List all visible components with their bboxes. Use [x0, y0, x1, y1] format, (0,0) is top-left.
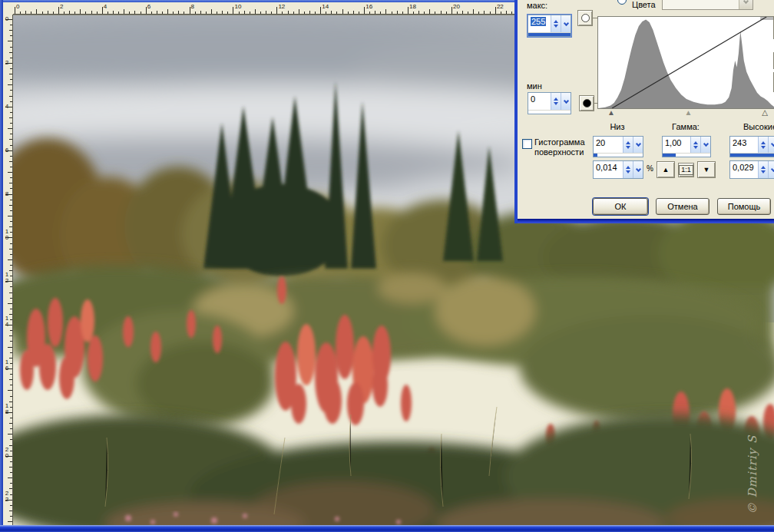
ruler-corner: [3, 2, 13, 15]
low-percent-value: 0,014: [594, 161, 623, 178]
ratio-label: 1:1: [679, 165, 693, 175]
black-point-icon: [583, 99, 591, 107]
decrease-button[interactable]: ▼: [697, 161, 716, 178]
ruler-number: 14: [322, 4, 329, 10]
gamma-spin-dropdown-icon[interactable]: [700, 137, 710, 153]
ruler-number: 20: [453, 4, 460, 10]
colors-radio[interactable]: [617, 0, 627, 5]
white-point-icon: [581, 14, 590, 22]
ruler-number: 2 0: [4, 447, 10, 459]
low-value: 20: [594, 137, 623, 153]
ruler-number: 4: [4, 104, 10, 110]
increase-button[interactable]: ▲: [657, 161, 675, 178]
down-triangle-icon: ▼: [703, 167, 710, 173]
min-spinner[interactable]: 0: [528, 92, 571, 114]
colors-radio-label: Цвета: [632, 0, 656, 9]
max-spin-dropdown-icon[interactable]: [561, 15, 571, 32]
low-spin-dropdown-icon[interactable]: [633, 137, 643, 153]
ruler-number: 1 4: [4, 316, 10, 328]
min-label: мин: [527, 81, 542, 91]
max-label: макс:: [527, 1, 547, 10]
high-percent-spinner[interactable]: 0,029: [729, 160, 774, 179]
ruler-number: 6: [147, 4, 150, 10]
max-spinner[interactable]: 255: [528, 15, 571, 37]
window-bottom-border: [0, 525, 774, 532]
surface-histogram-label-1: Гистограмма: [534, 137, 585, 147]
min-value: 0: [528, 93, 551, 110]
ruler-number: 2: [60, 4, 63, 10]
low-percent-updown-icon[interactable]: [623, 161, 633, 178]
surface-histogram-label-2: поверхности: [534, 147, 584, 157]
gamma-column-label: Гамма:: [660, 122, 711, 131]
white-point-button[interactable]: [577, 10, 593, 26]
surface-histogram-checkbox[interactable]: [522, 139, 532, 149]
dialog-bottom-border: [518, 219, 774, 223]
ruler-number: 12: [278, 4, 285, 10]
high-value: 243: [730, 137, 758, 153]
ruler-number: 1 2: [4, 272, 10, 284]
high-percent-value: 0,029: [730, 161, 758, 178]
min-spin-dropdown-icon[interactable]: [561, 93, 571, 110]
max-value: 255: [531, 17, 546, 26]
low-percent-dropdown-icon[interactable]: [633, 161, 643, 178]
high-spin-dropdown-icon[interactable]: [768, 137, 774, 153]
percent-label: %: [647, 164, 653, 173]
ratio-button[interactable]: 1:1: [678, 163, 694, 177]
low-spinner[interactable]: 20: [593, 136, 643, 157]
vertical-ruler: 024681 01 21 41 61 82 02 2: [3, 15, 13, 525]
gamma-spinner[interactable]: 1,00: [662, 136, 711, 157]
high-column-label: Высокие: [743, 122, 774, 131]
ruler-number: 0: [4, 16, 10, 22]
app-window: © Dmitriy S 0246810121416182022 024681 0…: [0, 0, 774, 532]
ruler-number: 6: [4, 147, 10, 154]
ok-button[interactable]: ОК: [593, 198, 648, 215]
gamma-slider[interactable]: ▲: [685, 108, 693, 117]
photo-watermark: © Dmitriy S: [746, 499, 774, 514]
ruler-number: 0: [16, 4, 19, 10]
ruler-number: 8: [4, 191, 10, 197]
ruler-number: 10: [235, 4, 242, 10]
ruler-number: 1 6: [4, 359, 10, 372]
black-point-button[interactable]: [579, 95, 594, 111]
high-percent-dropdown-icon[interactable]: [768, 161, 774, 178]
channel-combobox-value: [663, 0, 739, 9]
channel-combobox[interactable]: [662, 0, 753, 10]
low-slider[interactable]: ▲: [607, 108, 615, 117]
high-spinner[interactable]: 243: [729, 136, 774, 157]
ruler-number: 1 8: [4, 403, 10, 415]
combobox-dropdown-icon[interactable]: [739, 0, 752, 9]
help-button[interactable]: Помощь: [717, 198, 771, 215]
min-spin-updown-icon[interactable]: [551, 93, 561, 110]
low-column-label: Низ: [591, 122, 643, 131]
gamma-spin-updown-icon[interactable]: [690, 137, 700, 153]
low-percent-spinner[interactable]: 0,014: [593, 160, 643, 179]
ruler-number: 16: [366, 4, 372, 10]
ruler-number: 2 2: [4, 491, 10, 503]
levels-dialog: Цвета макс: 255 мин 0: [514, 0, 774, 223]
ruler-number: 2: [4, 60, 10, 66]
ruler-number: 8: [191, 4, 194, 10]
max-spin-updown-icon[interactable]: [551, 15, 561, 32]
cancel-button[interactable]: Отмена: [656, 198, 710, 215]
ruler-number: 18: [409, 4, 416, 10]
low-spin-updown-icon[interactable]: [623, 137, 633, 153]
gamma-value: 1,00: [663, 137, 690, 153]
levels-histogram[interactable]: [597, 16, 774, 109]
high-slider[interactable]: △: [762, 108, 768, 117]
high-spin-updown-icon[interactable]: [758, 137, 768, 153]
ruler-number: 22: [497, 4, 504, 10]
high-percent-updown-icon[interactable]: [758, 161, 768, 178]
ruler-number: 1 0: [4, 229, 10, 241]
ruler-number: 4: [104, 4, 107, 10]
up-triangle-icon: ▲: [663, 167, 670, 173]
